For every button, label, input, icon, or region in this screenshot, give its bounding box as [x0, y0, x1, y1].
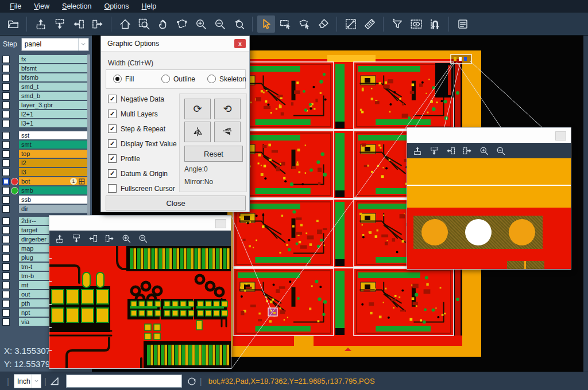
pan-hand-button[interactable] [154, 15, 172, 33]
checkbox-datum-origin[interactable]: ✓Datum & Origin [108, 169, 168, 178]
layer-checkbox[interactable] [2, 205, 10, 213]
select-polygon-button[interactable] [295, 15, 313, 33]
layer-name[interactable]: bfsmb [19, 73, 87, 81]
rotate-ccw-button[interactable]: ⟲ [214, 99, 241, 119]
layer-checkbox[interactable] [2, 245, 10, 252]
layer-name[interactable]: top [19, 150, 87, 158]
zoom-polygon-button[interactable] [173, 15, 191, 33]
layer-checkbox[interactable] [2, 65, 10, 72]
unit-select[interactable]: Inch [14, 374, 41, 388]
checkbox-profile[interactable]: ✓Profile [108, 154, 140, 163]
checkbox-negative-data[interactable]: ✓Negative Data [108, 95, 164, 103]
layer-name[interactable]: ssb [19, 196, 87, 204]
window-button-icon[interactable] [215, 219, 226, 228]
move-up-button[interactable] [32, 15, 49, 33]
layer-checkbox[interactable] [2, 120, 10, 127]
move-right-button[interactable] [105, 234, 114, 243]
open-folder-button[interactable] [4, 15, 22, 33]
command-input[interactable] [66, 375, 182, 388]
layer-checkbox[interactable] [2, 236, 10, 243]
menu-item-help[interactable]: Help [137, 1, 162, 11]
preview-titlebar[interactable] [49, 216, 231, 231]
filter-button[interactable] [388, 15, 406, 33]
layer-checkbox[interactable] [2, 83, 10, 91]
layer-checkbox[interactable] [2, 309, 10, 317]
preview-eye-button[interactable] [407, 15, 425, 33]
layer-checkbox[interactable] [2, 254, 10, 262]
layer-checkbox[interactable] [2, 111, 10, 118]
layer-checkbox[interactable] [2, 159, 10, 167]
zoom-in-button[interactable] [192, 15, 210, 33]
layer-name[interactable]: l3 [19, 168, 87, 176]
angle-corner-icon[interactable] [49, 376, 60, 387]
checkbox-multi-layers[interactable]: ✓Multi Layers [108, 110, 158, 118]
layer-checkbox[interactable] [2, 92, 10, 100]
layer-name[interactable]: bfsmt [19, 64, 87, 72]
layer-checkbox[interactable] [2, 150, 10, 158]
rotate-cw-button[interactable]: ⟳ [184, 99, 211, 119]
checkbox-step-repeat[interactable]: ✓Step & Repeat [108, 124, 165, 133]
dialog-titlebar[interactable]: Graphic Options x [101, 36, 249, 52]
step-select[interactable]: panel [21, 38, 89, 51]
layer-checkbox[interactable] [2, 217, 10, 225]
zoom-in-button[interactable] [122, 234, 131, 243]
layer-name[interactable]: l3+1 [19, 119, 87, 127]
layer-name[interactable]: smd_b [19, 92, 87, 100]
preview-content-pcb-zoom[interactable] [49, 246, 231, 368]
layer-checkbox[interactable] [2, 291, 10, 298]
layer-checkbox[interactable] [2, 56, 10, 63]
zoom-out-button[interactable] [211, 15, 229, 33]
move-down-button[interactable] [51, 15, 68, 33]
move-left-button[interactable] [69, 15, 87, 33]
preview-titlebar[interactable] [407, 128, 571, 143]
ruler-button[interactable] [361, 15, 378, 33]
mirror-vertical-button[interactable] [184, 122, 211, 142]
layer-checkbox[interactable] [2, 74, 10, 81]
layer-name[interactable]: dir [19, 205, 87, 213]
layer-checkbox[interactable] [2, 282, 10, 289]
menu-item-options[interactable]: Options [99, 1, 134, 11]
window-button-icon[interactable] [555, 131, 566, 141]
move-down-button[interactable] [430, 146, 439, 155]
layer-name[interactable]: layer_3.gbr [19, 101, 87, 109]
log-panel-button[interactable] [454, 15, 471, 33]
layer-checkbox[interactable] [2, 187, 10, 194]
close-button[interactable]: Close [106, 196, 246, 210]
layer-checkbox[interactable] [2, 272, 10, 280]
layer-name[interactable]: l2+1 [19, 110, 87, 118]
close-icon[interactable]: x [234, 39, 246, 48]
zoom-out-button[interactable] [138, 234, 148, 243]
snap-magnet-button[interactable] [426, 15, 444, 33]
preview-content-pad-zoom[interactable] [407, 158, 571, 269]
zoom-in-button[interactable] [479, 146, 489, 155]
layer-checkbox[interactable] [2, 300, 10, 307]
layer-name[interactable]: l2 [19, 159, 87, 167]
move-left-button[interactable] [446, 146, 455, 155]
zoom-previous-button[interactable] [230, 15, 247, 33]
layer-checkbox[interactable] [2, 141, 10, 149]
refresh-icon[interactable] [187, 376, 197, 387]
radio-fill[interactable]: Fill [113, 75, 134, 83]
measure-distance-button[interactable] [342, 15, 359, 33]
layer-name[interactable]: fx [19, 55, 87, 63]
select-rect-button[interactable] [276, 15, 294, 33]
mirror-horizontal-button[interactable] [214, 122, 241, 142]
zoom-out-button[interactable] [496, 146, 505, 155]
layer-checkbox[interactable] [2, 196, 10, 204]
reset-button[interactable]: Reset [184, 146, 243, 162]
move-left-button[interactable] [88, 234, 98, 243]
layer-checkbox[interactable] [2, 102, 10, 109]
layer-checkbox[interactable] [2, 132, 10, 139]
radio-skeleton[interactable]: Skeleton [207, 75, 246, 83]
zoom-window-button[interactable] [135, 15, 153, 33]
radio-outline[interactable]: Outline [161, 75, 195, 83]
move-right-button[interactable] [88, 15, 106, 33]
menu-item-view[interactable]: View [29, 1, 55, 11]
layer-name[interactable]: smt [19, 141, 87, 149]
select-cursor-button[interactable] [257, 15, 275, 33]
move-down-button[interactable] [72, 234, 81, 243]
menu-item-selection[interactable]: Selection [57, 1, 96, 11]
clean-brush-button[interactable] [314, 15, 332, 33]
layer-checkbox[interactable] [2, 169, 10, 176]
menu-item-file[interactable]: File [5, 1, 26, 11]
